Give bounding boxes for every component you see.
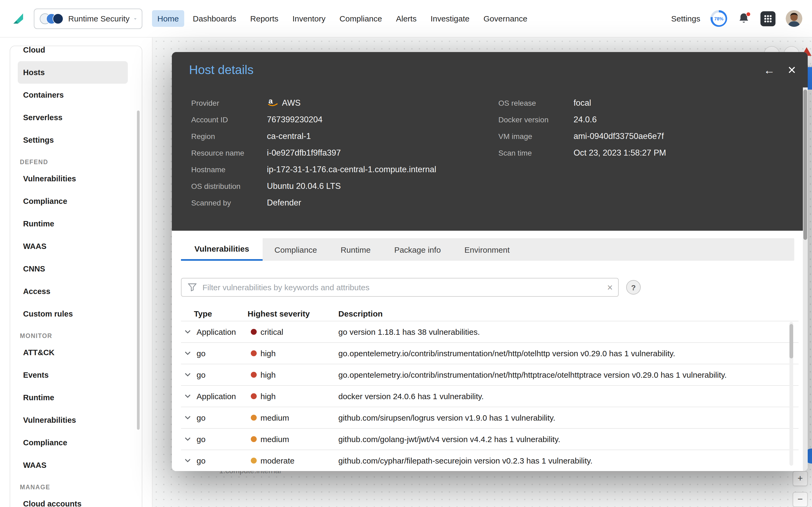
close-icon[interactable]: × — [788, 63, 796, 77]
sidebar-header-defend: DEFEND — [10, 151, 142, 167]
chevron-down-icon[interactable] — [185, 351, 191, 355]
zoom-in-button[interactable]: + — [793, 471, 808, 486]
column-header-description: Description — [338, 309, 799, 318]
sidebar-item-events[interactable]: Events — [10, 364, 142, 386]
nav-item-compliance[interactable]: Compliance — [334, 10, 387, 27]
row-description: go.opentelemetry.io/contrib/instrumentat… — [338, 370, 799, 379]
sidebar-item-cloud[interactable]: Cloud — [10, 46, 142, 61]
chevron-down-icon[interactable] — [185, 394, 191, 398]
zoom-out-button[interactable]: − — [793, 492, 808, 507]
table-row[interactable]: go medium github.com/golang-jwt/jwt/v4 v… — [181, 428, 799, 450]
sidebar-item-serverless[interactable]: Serverless — [10, 106, 142, 129]
column-header-type: Type — [181, 309, 248, 318]
chevron-down-icon[interactable] — [185, 373, 191, 377]
detail-label: Hostname — [191, 165, 267, 174]
table-row[interactable]: go medium github.com/sirupsen/logrus ver… — [181, 407, 799, 428]
row-description: docker version 24.0.6 has 1 vulnerabilit… — [338, 392, 799, 401]
sidebar-item-containers[interactable]: Containers — [10, 84, 142, 106]
table-row[interactable]: go high go.opentelemetry.io/contrib/inst… — [181, 364, 799, 385]
tab-vulnerabilities[interactable]: Vulnerabilities — [181, 238, 263, 261]
severity-label: moderate — [260, 456, 295, 465]
severity-label: high — [260, 392, 276, 401]
row-description: github.com/golang-jwt/jwt/v4 version v4.… — [338, 435, 799, 444]
detail-value: ca-central-1 — [267, 131, 311, 141]
sidebar-item-waas-monitor[interactable]: WAAS — [10, 454, 142, 476]
chevron-down-icon[interactable] — [185, 416, 191, 419]
sidebar-item-waas[interactable]: WAAS — [10, 235, 142, 258]
help-icon[interactable]: ? — [626, 280, 641, 294]
severity-label: high — [260, 370, 276, 379]
row-type: Application — [197, 327, 236, 336]
detail-value: Ubuntu 20.04.6 LTS — [267, 181, 341, 191]
sidebar-item-vulnerabilities[interactable]: Vulnerabilities — [10, 167, 142, 190]
sidebar-item-compliance-monitor[interactable]: Compliance — [10, 431, 142, 454]
detail-label: Scanned by — [191, 198, 267, 207]
modal-title: Host details — [189, 62, 253, 77]
tab-environment[interactable]: Environment — [453, 238, 521, 261]
table-row[interactable]: Application critical go version 1.18.1 h… — [181, 321, 799, 342]
nav-item-inventory[interactable]: Inventory — [287, 10, 331, 27]
sidebar-item-hosts[interactable]: Hosts — [18, 61, 128, 84]
sidebar-header-manage: MANAGE — [10, 476, 142, 493]
sidebar-header-monitor: MONITOR — [10, 325, 142, 341]
row-description: github.com/sirupsen/logrus version v1.9.… — [338, 413, 799, 422]
sidebar-item-runtime[interactable]: Runtime — [10, 213, 142, 235]
severity-dot — [251, 436, 257, 442]
chevron-down-icon[interactable] — [185, 459, 191, 462]
sidebar-item-vulnerabilities-monitor[interactable]: Vulnerabilities — [10, 409, 142, 431]
nav-item-investigate[interactable]: Investigate — [425, 10, 475, 27]
detail-value: focal — [573, 98, 591, 108]
detail-label: Provider — [191, 99, 267, 107]
prisma-logo-icon[interactable] — [11, 11, 25, 26]
product-switcher-dropdown[interactable]: Runtime Security — [34, 8, 142, 29]
user-avatar[interactable] — [786, 10, 802, 27]
filter-input[interactable] — [201, 282, 602, 292]
chevron-down-icon[interactable] — [185, 437, 191, 441]
back-icon[interactable]: ← — [764, 64, 775, 75]
severity-label: medium — [260, 413, 289, 422]
nav-item-home[interactable]: Home — [152, 10, 184, 27]
nav-item-governance[interactable]: Governance — [478, 10, 533, 27]
table-header: Type Highest severity Description — [181, 306, 799, 321]
vulnerability-filter[interactable]: × — [181, 278, 619, 297]
sidebar-item-access[interactable]: Access — [10, 280, 142, 302]
sidebar-item-attack[interactable]: ATT&CK — [10, 341, 142, 364]
tab-runtime[interactable]: Runtime — [329, 238, 383, 261]
row-description: go.opentelemetry.io/contrib/instrumentat… — [338, 349, 799, 358]
detail-value: i-0e927dfb1f9ffa397 — [267, 148, 341, 158]
sidebar-item-cnns[interactable]: CNNS — [10, 258, 142, 280]
nav-item-alerts[interactable]: Alerts — [391, 10, 422, 27]
table-scrollbar-thumb[interactable] — [790, 324, 793, 358]
nav-item-reports[interactable]: Reports — [245, 10, 284, 27]
sidebar-scrollbar[interactable] — [137, 111, 140, 430]
severity-dot — [251, 372, 257, 378]
host-details-grid: Provider a AWS Account ID767399230204 Re… — [172, 88, 808, 211]
clear-filter-icon[interactable]: × — [607, 282, 613, 292]
sidebar-item-compliance[interactable]: Compliance — [10, 190, 142, 213]
app-root: Runtime Security Home Dashboards Reports… — [0, 0, 812, 507]
nav-item-dashboards[interactable]: Dashboards — [188, 10, 242, 27]
modal-body: Vulnerabilities Compliance Runtime Packa… — [172, 231, 808, 471]
host-details-modal: Host details ← × Provider a AWS Account … — [172, 52, 808, 471]
severity-label: critical — [260, 327, 283, 336]
apps-grid-icon[interactable] — [760, 11, 775, 26]
sidebar-item-runtime-monitor[interactable]: Runtime — [10, 386, 142, 409]
table-row[interactable]: Application high docker version 24.0.6 h… — [181, 385, 799, 407]
notifications-bell-icon[interactable] — [738, 11, 750, 25]
tab-compliance[interactable]: Compliance — [263, 238, 329, 261]
sidebar-item-custom-rules[interactable]: Custom rules — [10, 302, 142, 325]
progress-ring[interactable]: 78% — [711, 10, 727, 27]
chevron-down-icon[interactable] — [185, 330, 191, 334]
row-type: go — [197, 349, 205, 358]
severity-label: medium — [260, 435, 289, 444]
sidebar-item-settings[interactable]: Settings — [10, 129, 142, 151]
modal-scrollbar-thumb[interactable] — [803, 90, 807, 240]
notification-badge — [746, 11, 751, 16]
nav-item-settings[interactable]: Settings — [671, 14, 700, 23]
filter-row: × ? — [181, 278, 794, 297]
table-row[interactable]: go high go.opentelemetry.io/contrib/inst… — [181, 342, 799, 364]
table-row[interactable]: go moderate github.com/cyphar/filepath-s… — [181, 450, 799, 471]
tab-package-info[interactable]: Package info — [383, 238, 452, 261]
detail-label: Docker version — [498, 115, 573, 124]
sidebar-item-cloud-accounts[interactable]: Cloud accounts — [10, 493, 142, 507]
